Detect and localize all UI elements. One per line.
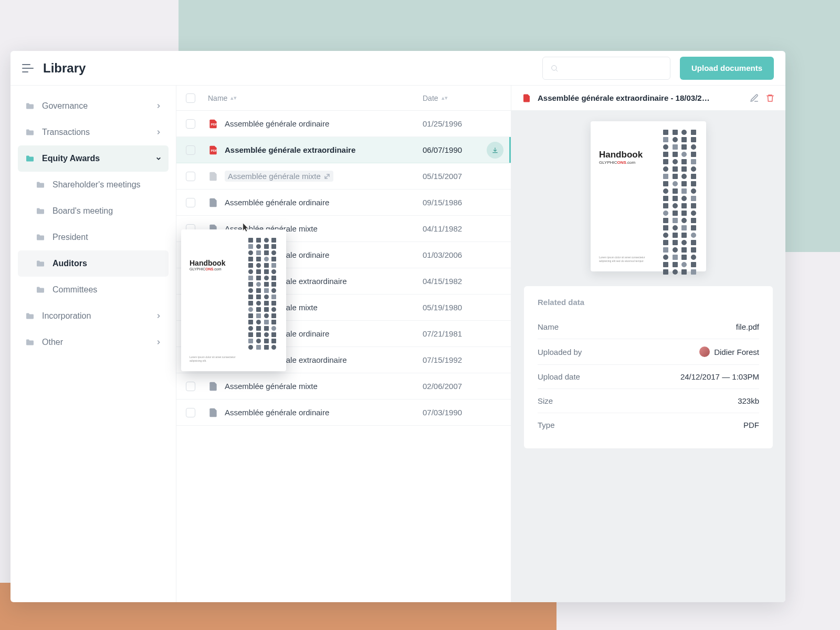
sidebar-item-board-s-meeting[interactable]: Board's meeting — [18, 198, 169, 224]
file-icon — [208, 197, 218, 208]
table-row[interactable]: Assemblée générale mixte 05/15/2007 — [176, 163, 511, 190]
meta-label: Uploaded by — [538, 348, 582, 356]
app-window: Library Upload documents Governance Tran… — [10, 51, 785, 602]
detail-title: Assemblée générale extraordinaire - 18/0… — [538, 93, 743, 102]
meta-row-uploaded-by: Uploaded by Didier Forest — [538, 339, 759, 365]
menu-icon[interactable] — [22, 64, 34, 72]
row-date: 01/25/1996 — [423, 119, 501, 128]
pdf-icon: PDF — [208, 118, 218, 130]
upload-documents-button[interactable]: Upload documents — [680, 57, 774, 80]
row-date: 07/15/1992 — [423, 355, 501, 364]
edit-icon[interactable] — [750, 93, 759, 103]
meta-value: file.pdf — [736, 322, 759, 331]
detail-panel: Assemblée générale extraordinaire - 18/0… — [511, 86, 785, 602]
row-date: 05/15/2007 — [423, 172, 501, 181]
sidebar-item-incorporation[interactable]: Incorporation — [18, 303, 169, 329]
meta-value: 24/12/2017 — 1:03PM — [680, 372, 759, 381]
cursor-icon — [239, 221, 250, 234]
sidebar-item-label: Equity Awards — [42, 154, 100, 163]
preview-subtitle: GLYPHICONS.com — [599, 160, 658, 165]
chevron-right-icon — [156, 340, 161, 345]
chevron-right-icon — [156, 130, 161, 135]
table-row[interactable]: Assemblée générale ordinaire 09/15/1986 — [176, 190, 511, 216]
avatar — [699, 346, 710, 357]
document-preview[interactable]: Handbook GLYPHICONS.com Lorem ipsum dolo… — [591, 121, 706, 271]
row-date: 07/21/1981 — [423, 329, 501, 338]
search-icon — [550, 64, 559, 72]
folder-icon — [36, 207, 45, 215]
chevron-right-icon — [156, 156, 161, 161]
row-name: Assemblée générale mixte — [208, 381, 415, 392]
sort-icon: ▴▾ — [442, 94, 448, 101]
folder-icon — [36, 234, 45, 241]
row-date: 04/15/1982 — [423, 277, 501, 286]
row-checkbox[interactable] — [186, 172, 195, 181]
meta-value: PDF — [743, 421, 759, 429]
row-date: 07/03/1990 — [423, 408, 501, 417]
sidebar-item-shareholder-s-meetings[interactable]: Shareholder's meetings — [18, 172, 169, 198]
related-data-title: Related data — [538, 298, 759, 307]
sidebar-item-auditors[interactable]: Auditors — [18, 250, 169, 277]
row-checkbox[interactable] — [186, 382, 195, 391]
sidebar-item-equity-awards[interactable]: Equity Awards — [18, 145, 169, 172]
folder-icon — [36, 260, 45, 267]
sidebar: Governance Transactions Equity Awards Sh… — [10, 86, 176, 602]
sidebar-item-committees[interactable]: Committees — [18, 277, 169, 303]
svg-text:PDF: PDF — [211, 149, 217, 152]
sidebar-item-label: Committees — [52, 285, 97, 295]
detail-header: Assemblée générale extraordinaire - 18/0… — [511, 86, 785, 111]
file-icon — [208, 171, 218, 182]
list-header: Name ▴▾ Date ▴▾ — [176, 86, 511, 111]
folder-icon — [36, 286, 45, 293]
row-name: Assemblée générale ordinaire — [208, 407, 415, 418]
meta-row-type: Type PDF — [538, 413, 759, 437]
trash-icon[interactable] — [765, 93, 775, 103]
sidebar-item-label: Transactions — [42, 128, 90, 137]
sidebar-item-label: Auditors — [52, 259, 87, 268]
meta-label: Name — [538, 322, 559, 331]
search-input[interactable] — [542, 57, 670, 80]
meta-row-size: Size 323kb — [538, 389, 759, 413]
folder-icon — [36, 181, 45, 188]
table-row[interactable]: PDF Assemblée générale ordinaire 01/25/1… — [176, 111, 511, 137]
table-row[interactable]: PDF Assemblée générale extraordinaire 06… — [176, 137, 511, 163]
row-checkbox[interactable] — [186, 119, 195, 129]
row-date: 05/19/1980 — [423, 303, 501, 312]
column-date[interactable]: Date ▴▾ — [423, 94, 501, 102]
meta-label: Upload date — [538, 372, 580, 381]
row-checkbox[interactable] — [186, 145, 195, 155]
folder-icon — [25, 312, 35, 320]
svg-line-1 — [556, 70, 558, 71]
sidebar-item-label: Other — [42, 338, 63, 347]
sidebar-item-label: Incorporation — [42, 311, 91, 321]
meta-label: Size — [538, 396, 553, 405]
chevron-right-icon — [156, 313, 161, 319]
expand-icon — [324, 173, 330, 180]
folder-icon — [25, 155, 35, 162]
sidebar-item-transactions[interactable]: Transactions — [18, 119, 169, 145]
file-icon — [208, 381, 218, 392]
meta-value: 323kb — [738, 396, 759, 405]
pdf-icon: PDF — [208, 144, 218, 156]
table-row[interactable]: Assemblée générale mixte 02/06/2007 — [176, 373, 511, 400]
download-button[interactable] — [487, 142, 503, 159]
row-name: Assemblée générale ordinaire — [208, 197, 415, 208]
row-checkbox[interactable] — [186, 408, 195, 417]
sidebar-item-other[interactable]: Other — [18, 329, 169, 355]
column-name[interactable]: Name ▴▾ — [208, 94, 415, 102]
row-name: Assemblée générale mixte — [208, 171, 415, 182]
meta-row-name: Name file.pdf — [538, 315, 759, 339]
preview-title: Handbook — [599, 150, 658, 160]
row-checkbox[interactable] — [186, 198, 195, 207]
folder-icon — [25, 102, 35, 110]
page-title: Library — [43, 61, 86, 76]
select-all-checkbox[interactable] — [186, 93, 195, 103]
sidebar-item-president[interactable]: President — [18, 224, 169, 250]
row-name: PDF Assemblée générale extraordinaire — [208, 144, 415, 156]
sidebar-item-label: President — [52, 233, 88, 242]
file-icon — [208, 407, 218, 418]
meta-row-upload-date: Upload date 24/12/2017 — 1:03PM — [538, 365, 759, 389]
sidebar-item-governance[interactable]: Governance — [18, 93, 169, 119]
sidebar-item-label: Shareholder's meetings — [52, 180, 141, 190]
table-row[interactable]: Assemblée générale ordinaire 07/03/1990 — [176, 400, 511, 426]
